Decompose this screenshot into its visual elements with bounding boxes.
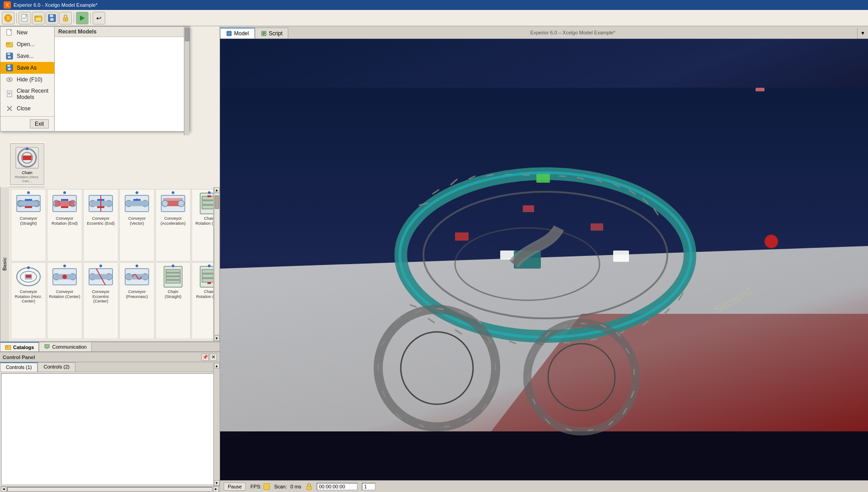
catalog-item-4[interactable]: Conveyor(Acceleration): [155, 189, 191, 261]
catalog-item-3[interactable]: Conveyor(Vector): [119, 189, 155, 261]
control-panel-title: Control Panel: [3, 355, 35, 360]
svg-rect-103: [166, 280, 180, 283]
time-input[interactable]: [317, 483, 357, 490]
tab-communication-label: Communication: [52, 344, 86, 350]
catalog-item-9[interactable]: Conveyor(Pneumasc): [119, 262, 155, 339]
svg-rect-20: [8, 56, 11, 58]
svg-point-86: [62, 274, 67, 279]
app-icon: X: [4, 1, 11, 9]
svg-rect-143: [455, 232, 469, 241]
item4-label: Conveyor(Acceleration): [160, 216, 186, 226]
svg-rect-48: [61, 199, 68, 201]
toolbar-new-btn[interactable]: [19, 12, 31, 24]
tab-communication[interactable]: Communication: [39, 342, 91, 351]
svg-point-63: [136, 191, 138, 194]
menu-item-saveas[interactable]: Save As: [0, 62, 54, 74]
scene-svg: Section1: [220, 39, 868, 480]
toolbar-sep1: [16, 13, 17, 24]
toolbar-app-btn[interactable]: X: [2, 12, 14, 24]
title-text: Experior 6.0 - Xcelgo Model Example*: [14, 2, 98, 8]
view-expand-btn[interactable]: ▼: [857, 28, 868, 38]
catalog-item-1[interactable]: ConveyorRotation (End): [47, 189, 82, 261]
open-label: Open...: [17, 41, 34, 47]
menu-item-hide[interactable]: Hide (F10): [0, 74, 54, 85]
svg-rect-102: [166, 277, 180, 279]
clear-icon: [6, 90, 13, 98]
item3-label: Conveyor(Vector): [128, 216, 146, 226]
script-icon: [261, 30, 267, 37]
view-tab-model[interactable]: Model: [220, 28, 255, 38]
close-menu-icon: [6, 105, 13, 112]
control-tab-1[interactable]: Controls (1): [0, 362, 38, 372]
panel-tools: 📌 ✕: [202, 354, 217, 361]
svg-line-194: [581, 323, 586, 324]
svg-rect-76: [207, 195, 211, 197]
control-panel-titlebar: Control Panel 📌 ✕: [0, 352, 220, 362]
viewport-3d[interactable]: Section1: [220, 39, 868, 480]
svg-point-25: [9, 79, 10, 80]
svg-rect-110: [207, 282, 211, 284]
svg-rect-19: [7, 53, 10, 55]
control-panel: Control Panel 📌 ✕ Controls (1) Controls …: [0, 352, 220, 492]
status-bar: Pause FPS: Scan: 0 ms: [220, 480, 868, 492]
speed-input[interactable]: [362, 483, 375, 490]
view-tab-model-label: Model: [234, 30, 249, 37]
v-scrollbar[interactable]: ▲ ▼: [213, 187, 220, 341]
menu-item-clear[interactable]: Clear Recent Models: [0, 85, 54, 103]
pause-button[interactable]: Pause: [224, 483, 246, 491]
svg-rect-141: [613, 251, 629, 262]
svg-rect-41: [25, 199, 32, 201]
catalog-item-2[interactable]: ConveyorEccentric (End): [83, 189, 118, 261]
catalog-item-10[interactable]: Chain(Straight): [155, 262, 191, 339]
svg-rect-8: [35, 17, 42, 21]
saveas-icon: [6, 64, 13, 71]
svg-rect-144: [591, 223, 603, 231]
svg-marker-14: [80, 15, 85, 21]
menu-item-save[interactable]: Save...: [0, 50, 54, 62]
catalog-item-6[interactable]: ConveyorRotation (Horz. Center): [11, 262, 46, 339]
catalog-scroll: Basic Conveyor(Straight): [0, 187, 220, 341]
hide-icon: [6, 76, 13, 83]
svg-line-133: [559, 176, 566, 176]
menu-item-open[interactable]: Open...: [0, 38, 54, 50]
catalog-item-5[interactable]: ChainRotation (Start): [192, 189, 213, 261]
toolbar-save-btn[interactable]: [46, 12, 58, 24]
svg-rect-108: [202, 279, 213, 282]
svg-rect-4: [23, 18, 26, 19]
vscroll-down[interactable]: ▼: [214, 336, 220, 341]
basic-label: Basic: [0, 187, 9, 341]
menu-item-new[interactable]: New: [0, 27, 54, 38]
catalog-item-8[interactable]: ConveyorEccentric (Center): [83, 262, 118, 339]
control-right-scroll[interactable]: ▲ ▼: [213, 363, 220, 486]
close-label: Close: [17, 105, 31, 112]
toolbar-lock-btn[interactable]: [59, 12, 72, 24]
new-label: New: [17, 29, 28, 36]
exit-button[interactable]: Exit: [30, 119, 49, 128]
item8-label: ConveyorEccentric (Center): [85, 289, 117, 304]
panel-close-btn[interactable]: ✕: [210, 354, 217, 361]
catalog-item-7[interactable]: ConveyorRotation (Center): [47, 262, 82, 339]
toolbar-undo-btn[interactable]: ↩: [93, 12, 105, 24]
control-bottom-scroll[interactable]: ◄ ►: [0, 486, 220, 492]
catalog-item-0[interactable]: Conveyor(Straight): [11, 189, 46, 261]
recent-panel: Recent Models: [55, 27, 189, 131]
toolbar-sep3: [90, 13, 91, 24]
svg-rect-74: [202, 205, 213, 209]
left-panel: New Open...: [0, 26, 220, 492]
svg-point-69: [178, 200, 184, 207]
panel-pin-btn[interactable]: 📌: [202, 354, 209, 361]
menu-item-close[interactable]: Close: [0, 103, 54, 114]
chain-selected-item[interactable]: Chain Rotation (Horz. Cen...: [10, 143, 44, 185]
catalog-item-11[interactable]: ChainRotation (End): [192, 262, 213, 339]
svg-rect-23: [8, 68, 11, 70]
control-tab-2[interactable]: Controls (2): [38, 362, 75, 372]
svg-point-80: [27, 266, 30, 269]
svg-rect-199: [755, 88, 765, 91]
svg-point-87: [63, 265, 66, 267]
vscroll-up[interactable]: ▲: [214, 187, 220, 193]
tab-catalogs[interactable]: Catalogs: [0, 342, 39, 351]
toolbar-open-btn[interactable]: [32, 12, 45, 24]
view-tab-script[interactable]: Script: [255, 28, 289, 38]
toolbar-play-btn[interactable]: [76, 12, 89, 24]
svg-rect-101: [166, 273, 180, 276]
